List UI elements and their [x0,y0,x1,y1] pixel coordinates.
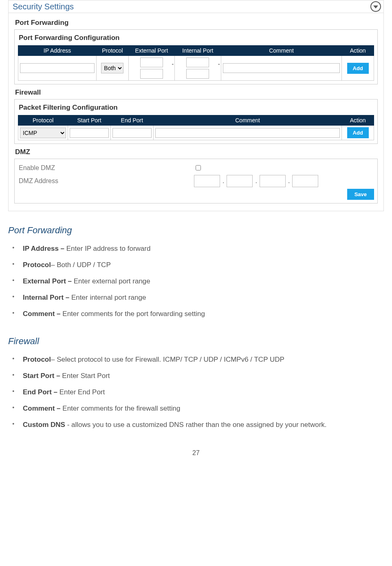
port-forwarding-panel: Port Forwarding Configuration IP Address… [14,29,378,84]
port-forwarding-heading: Port Forwarding [14,16,378,29]
enable-dmz-checkbox[interactable] [196,165,201,170]
page-title: Security Settings [13,2,74,11]
dmz-octet-1[interactable] [194,175,220,187]
security-settings-screenshot: Security Settings Port Forwarding Port F… [8,0,384,211]
firewall-panel: Packet Filtering Configuration Protocol … [14,99,378,144]
col-start-port: Start Port [68,115,111,126]
col-action: Action [342,46,374,56]
pf-int-port-start[interactable] [186,57,209,67]
col-external-port: External Port [128,46,174,56]
dmz-save-button[interactable]: Save [347,189,374,200]
fw-add-button[interactable]: Add [347,127,369,138]
dmz-panel: Enable DMZ DMZ Address . . . Save [14,159,378,203]
list-item: Comment – Enter comments for the firewal… [23,400,384,417]
col-comment: Comment [221,46,342,56]
dmz-octet-3[interactable] [260,175,286,187]
pf-comment-input[interactable] [223,63,340,73]
fw-comment-input[interactable] [155,128,340,138]
list-item: Protocol– Select protocol to use for Fir… [23,352,384,368]
pf-ext-port-start[interactable] [140,57,163,67]
pf-ip-input[interactable] [20,63,95,73]
list-item: Comment – Enter comments for the port fo… [23,306,384,322]
col-protocol: Protocol [97,46,129,56]
doc-fw-list: Protocol– Select protocol to use for Fir… [23,352,384,433]
firewall-heading: Firewall [14,86,378,99]
col-fw-protocol: Protocol [18,115,68,126]
page-number: 27 [8,449,384,457]
list-item: Internal Port – Enter internal port rang… [23,290,384,306]
dmz-heading: DMZ [14,146,378,159]
page-header: Security Settings [9,0,383,13]
list-item: Custom DNS - allows you to use a customi… [23,417,384,433]
enable-dmz-label: Enable DMZ [19,164,194,172]
port-forwarding-table: IP Address Protocol External Port Intern… [18,45,374,81]
dmz-octet-4[interactable] [292,175,318,187]
col-ip: IP Address [18,46,97,56]
dmz-address-label: DMZ Address [19,177,194,185]
svg-marker-0 [373,6,378,9]
list-item: External Port – Enter external port rang… [23,273,384,290]
col-end-port: End Port [110,115,153,126]
col-fw-comment: Comment [153,115,342,126]
col-internal-port: Internal Port [175,46,221,56]
pf-int-port-end[interactable] [186,69,209,79]
list-item: End Port – Enter End Port [23,384,384,400]
doc-fw-heading: Firewall [8,336,384,347]
doc-pf-heading: Port Forwarding [8,225,384,236]
dmz-octet-2[interactable] [227,175,253,187]
fw-end-port-input[interactable] [112,128,152,138]
port-forwarding-config-title: Port Forwarding Configuration [18,33,374,45]
doc-pf-list: IP Address – Enter IP address to forward… [23,241,384,322]
list-item: Protocol– Both / UDP / TCP [23,257,384,273]
list-item: Start Port – Enter Start Port [23,368,384,384]
pf-ext-port-end[interactable] [140,69,163,79]
fw-protocol-select[interactable]: ICMP [20,128,66,138]
pf-protocol-select[interactable]: Both [101,63,123,73]
fw-start-port-input[interactable] [70,128,109,138]
pf-add-button[interactable]: Add [347,63,369,74]
list-item: IP Address – Enter IP address to forward [23,241,384,257]
packet-filtering-title: Packet Filtering Configuration [18,103,374,115]
collapse-icon[interactable] [370,1,381,12]
table-row: Both - - [18,56,374,81]
firewall-table: Protocol Start Port End Port Comment Act… [18,115,374,140]
col-fw-action: Action [342,115,374,126]
table-row: ICMP Add [18,126,374,140]
